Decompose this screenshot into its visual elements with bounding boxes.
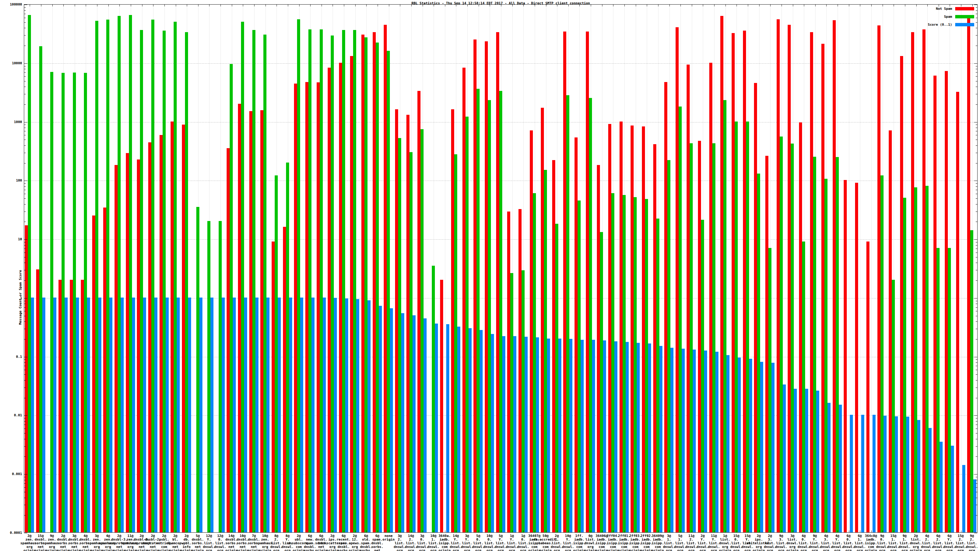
x-tick [30,5,30,6]
not-spam-bar [317,83,320,532]
minor-tick [976,505,977,505]
legend-label-not-spam: Not Spam [936,7,952,11]
minor-tick [976,280,977,281]
not-spam-bar [507,211,510,532]
not-spam-bar [552,160,555,532]
x-tick [164,530,165,532]
x-tick [883,530,883,532]
spam-bar [219,221,222,532]
not-spam-bar [361,35,364,532]
not-spam-bar [866,241,869,532]
not-spam-bar [260,110,263,532]
x-tick [546,5,546,6]
minor-tick [24,87,26,87]
minor-tick [976,515,977,516]
x-tick [815,5,816,6]
x-tick [815,530,816,532]
minor-tick [976,190,977,190]
not-spam-bar [395,109,398,532]
minor-tick [976,370,977,370]
spam-bar [723,100,726,532]
minor-tick [24,366,26,366]
score-bar [951,446,954,532]
x-tick [434,530,434,532]
spam-bar [746,122,749,532]
major-tick [974,181,977,181]
not-spam-bar [877,25,880,532]
score-bar [670,348,673,532]
score-bar [356,299,359,532]
rbl-statistics-chart: RBL Statistics - Thu Sep 14 12:58:14 EDT… [0,0,980,551]
x-tick [266,5,266,6]
spam-bar [39,46,42,532]
x-tick [288,530,288,532]
minor-tick [24,311,26,311]
spam-bar [62,73,65,532]
not-spam-bar [586,32,589,532]
legend-label-score: Score (0..1) [928,23,952,27]
x-axis-tick-labels: 2@ zen. spamhaus. org origin15@ dnsbl. s… [24,534,978,551]
x-tick [681,530,681,532]
x-tick [737,5,737,6]
x-tick [692,530,692,532]
spam-bar [768,248,772,532]
spam-bar [73,73,76,532]
x-tick [187,530,187,532]
x-tick [176,5,176,6]
x-tick [131,530,131,532]
score-bar [626,342,629,532]
minor-tick [976,211,977,212]
not-spam-bar [541,108,544,532]
not-spam-bar [305,82,309,532]
x-tick [490,5,490,6]
x-tick [198,530,199,532]
not-spam-bar [59,280,62,532]
not-spam-bar [720,16,723,533]
spam-bar [600,232,603,532]
score-bar [166,297,169,532]
spam-bar [263,35,266,532]
spam-bar [409,152,412,532]
spam-bar [50,72,53,533]
x-tick [781,530,782,532]
x-tick [939,5,939,6]
x-tick [658,5,659,6]
x-tick [501,5,501,6]
minor-tick [24,270,26,270]
x-tick [332,530,333,532]
score-bar [76,297,79,532]
not-spam-bar [519,209,522,532]
score-bar [861,415,864,532]
minor-tick [24,439,26,439]
x-tick [972,5,973,6]
x-tick [961,530,961,532]
group-gridline [860,5,860,532]
minor-tick [24,456,26,457]
score-bar [390,308,393,533]
minor-tick [976,76,977,76]
score-bar [312,297,315,532]
not-spam-bar [698,141,701,532]
spam-bar [129,15,132,532]
spam-bar [252,30,255,532]
x-tick [310,530,310,532]
x-tick [209,530,210,532]
spam-bar [937,248,940,532]
x-tick [355,5,356,6]
score-bar [637,343,640,533]
x-tick [243,530,243,532]
not-spam-bar [833,20,836,532]
spam-bar [364,37,368,532]
minor-tick [976,252,977,253]
x-tick [30,530,30,532]
not-spam-bar [821,44,824,532]
minor-tick [24,316,26,316]
spam-bar [353,30,356,532]
group-gridline [961,5,961,532]
minor-tick [976,366,977,366]
group-gridline [849,5,849,532]
not-spam-bar [810,32,813,532]
spam-bar [309,29,312,532]
not-spam-bar [227,148,230,532]
x-tick [692,5,692,6]
